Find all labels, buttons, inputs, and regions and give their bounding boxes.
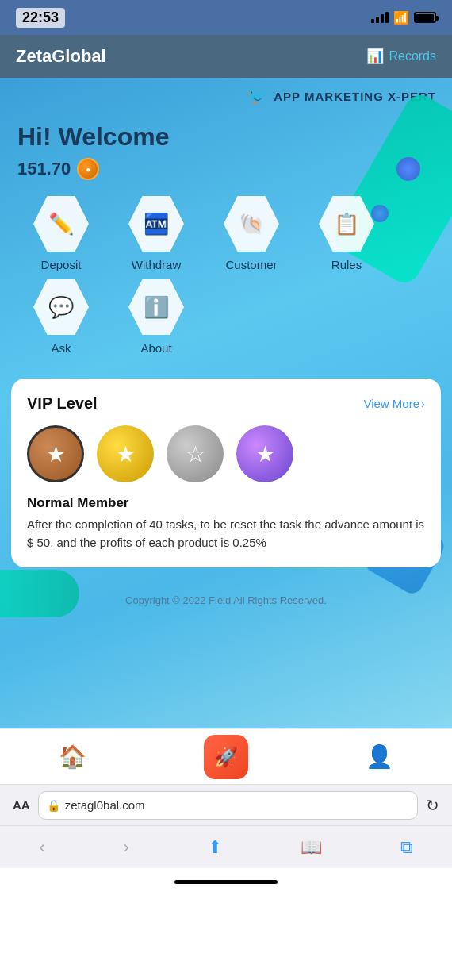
welcome-title: Hi! Welcome <box>17 122 435 152</box>
bird-icon: 🐦 <box>246 86 267 106</box>
records-button[interactable]: 📊 Records <box>366 48 436 65</box>
forward-button[interactable]: › <box>124 837 129 858</box>
rules-icon: 📋 <box>334 212 359 236</box>
about-icon: ℹ️ <box>144 295 169 320</box>
customer-label: Customer <box>225 258 277 271</box>
withdraw-label: Withdraw <box>132 258 182 271</box>
chevron-right-icon: › <box>421 397 425 410</box>
balance-amount: 151.70 <box>17 159 71 179</box>
view-more-label: View More <box>363 397 419 410</box>
signal-icon <box>371 12 389 23</box>
bookmarks-button[interactable]: 📖 <box>301 837 322 858</box>
share-button[interactable]: ⬆ <box>208 837 222 858</box>
profile-tab[interactable]: 👤 <box>366 744 393 770</box>
balance-row: 151.70 ● <box>17 158 435 180</box>
customer-icon: 🐚 <box>239 212 264 236</box>
vip-title: VIP Level <box>27 394 98 413</box>
action-deposit[interactable]: ✏️ Deposit <box>17 196 105 271</box>
action-ask[interactable]: 💬 Ask <box>17 279 105 355</box>
vip-badge-gold[interactable]: ★ <box>97 425 154 482</box>
lock-icon: 🔒 <box>47 799 60 812</box>
status-time: 22:53 <box>16 8 65 28</box>
diamond-star-icon: ★ <box>255 441 275 467</box>
rules-label: Rules <box>331 258 362 271</box>
action-grid: ✏️ Deposit 🏧 Withdraw 🐚 Customer <box>0 188 452 363</box>
vip-member-title: Normal Member <box>27 495 425 511</box>
vip-header: VIP Level View More › <box>27 394 425 413</box>
home-tab[interactable]: 🏠 <box>59 744 86 770</box>
view-more-button[interactable]: View More › <box>363 397 425 410</box>
vip-badge-diamond[interactable]: ★ <box>236 425 293 482</box>
ask-icon: 💬 <box>48 295 74 320</box>
status-icons: 📶 <box>371 10 436 25</box>
subtitle-text: APP MARKETING X-PERT <box>274 90 436 103</box>
home-icon: 🏠 <box>59 744 86 770</box>
center-action-button[interactable]: 🚀 <box>204 735 248 779</box>
silver-star-icon: ☆ <box>186 441 205 467</box>
rocket-icon: 🚀 <box>214 746 238 768</box>
welcome-section: Hi! Welcome 151.70 ● <box>0 106 452 188</box>
customer-hex: 🐚 <box>224 196 279 252</box>
bottom-nav: 🏠 🚀 👤 <box>0 728 452 784</box>
main-content: 🐦 APP MARKETING X-PERT Hi! Welcome 151.7… <box>0 78 452 728</box>
vip-badge-bronze[interactable]: ★ <box>27 425 84 482</box>
records-label: Records <box>389 49 436 63</box>
coin-icon: ● <box>77 158 99 180</box>
action-withdraw[interactable]: 🏧 Withdraw <box>113 196 200 271</box>
withdraw-icon: 🏧 <box>144 212 169 236</box>
nav-bar: ZetaGlobal 📊 Records <box>0 35 452 78</box>
about-hex: ℹ️ <box>128 279 184 335</box>
nav-logo: ZetaGlobal <box>16 46 106 67</box>
battery-icon <box>414 12 436 23</box>
bronze-star-icon: ★ <box>46 441 66 467</box>
withdraw-hex: 🏧 <box>128 196 184 252</box>
wifi-icon: 📶 <box>393 10 409 25</box>
ask-label: Ask <box>51 341 71 355</box>
deposit-hex: ✏️ <box>33 196 89 252</box>
vip-badge-silver[interactable]: ☆ <box>167 425 224 482</box>
copyright-text: Copyright © 2022 Field All Rights Reserv… <box>0 583 452 622</box>
text-size-button[interactable]: AA <box>13 798 30 812</box>
refresh-button[interactable]: ↻ <box>426 796 439 815</box>
url-text: zetagl0bal.com <box>65 798 145 812</box>
tabs-button[interactable]: ⧉ <box>400 837 413 858</box>
deposit-icon: ✏️ <box>48 212 74 236</box>
action-rules[interactable]: 📋 Rules <box>303 196 390 271</box>
address-bar: AA 🔒 zetagl0bal.com ↻ <box>0 784 452 825</box>
subtitle-bar: 🐦 APP MARKETING X-PERT <box>0 78 452 106</box>
vip-levels: ★ ★ ☆ ★ <box>27 425 425 482</box>
action-about[interactable]: ℹ️ About <box>113 279 200 355</box>
vip-card: VIP Level View More › ★ ★ ☆ ★ Normal Mem… <box>11 379 441 567</box>
back-button[interactable]: ‹ <box>39 837 44 858</box>
action-customer[interactable]: 🐚 Customer <box>208 196 295 271</box>
url-bar[interactable]: 🔒 zetagl0bal.com <box>38 791 418 820</box>
status-bar: 22:53 📶 <box>0 0 452 35</box>
gold-star-icon: ★ <box>116 441 136 467</box>
records-icon: 📊 <box>366 48 384 65</box>
safari-bottom-bar: ‹ › ⬆ 📖 ⧉ <box>0 825 452 868</box>
deposit-label: Deposit <box>41 258 82 271</box>
rules-hex: 📋 <box>319 196 374 252</box>
about-label: About <box>140 341 171 355</box>
profile-icon: 👤 <box>366 744 393 770</box>
ask-hex: 💬 <box>33 279 89 335</box>
vip-description: After the completion of 40 tasks, to be … <box>27 516 425 551</box>
home-bar <box>174 880 278 884</box>
home-indicator <box>0 868 452 895</box>
